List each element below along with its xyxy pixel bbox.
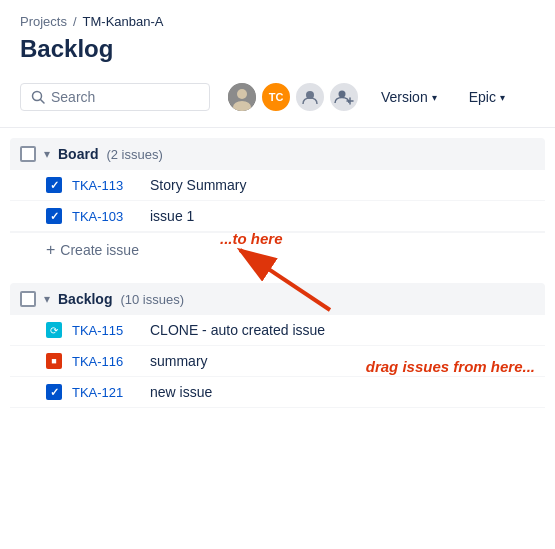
issue-key-tka103: TKA-103 <box>72 209 140 224</box>
issue-title-tka115: CLONE - auto created issue <box>150 322 325 338</box>
backlog-section-header: ▾ Backlog (10 issues) <box>10 283 545 315</box>
epic-filter-button[interactable]: Epic ▾ <box>458 83 516 111</box>
avatar-user1[interactable] <box>226 81 258 113</box>
backlog-section: ▾ Backlog (10 issues) TKA-115 CLONE - au… <box>10 283 545 408</box>
backlog-toggle-icon[interactable]: ▾ <box>44 292 50 306</box>
avatar-group: TC <box>226 81 360 113</box>
issue-row[interactable]: TKA-116 summary <box>10 346 545 377</box>
search-icon <box>31 90 45 104</box>
content-area: ▾ Board (2 issues) TKA-113 Story Summary… <box>0 128 555 408</box>
svg-line-1 <box>41 100 45 104</box>
issue-title-tka103: issue 1 <box>150 208 194 224</box>
board-section: ▾ Board (2 issues) TKA-113 Story Summary… <box>10 138 545 267</box>
plus-icon: + <box>46 241 55 259</box>
board-toggle-icon[interactable]: ▾ <box>44 147 50 161</box>
issue-title-tka116: summary <box>150 353 208 369</box>
create-issue-row: + Create issue <box>10 232 545 267</box>
breadcrumb-project-name: TM-Kanban-A <box>83 14 164 29</box>
version-filter-button[interactable]: Version ▾ <box>370 83 448 111</box>
issue-checkbox-tka121[interactable] <box>46 384 62 400</box>
board-section-name: Board <box>58 146 98 162</box>
issue-row[interactable]: TKA-113 Story Summary <box>10 170 545 201</box>
board-section-count: (2 issues) <box>106 147 162 162</box>
avatar-add-person[interactable] <box>328 81 360 113</box>
issue-title-tka121: new issue <box>150 384 212 400</box>
breadcrumb-separator: / <box>73 14 77 29</box>
issue-key-tka115: TKA-115 <box>72 323 140 338</box>
issue-key-tka116: TKA-116 <box>72 354 140 369</box>
issue-checkbox-tka113[interactable] <box>46 177 62 193</box>
svg-point-3 <box>237 89 247 99</box>
issue-key-tka113: TKA-113 <box>72 178 140 193</box>
backlog-section-count: (10 issues) <box>120 292 184 307</box>
epic-chevron-icon: ▾ <box>500 92 505 103</box>
page-title: Backlog <box>0 33 555 75</box>
board-section-header: ▾ Board (2 issues) <box>10 138 545 170</box>
avatar-person[interactable] <box>294 81 326 113</box>
issue-row-tka116-area: TKA-116 summary drag issues from here... <box>10 346 545 377</box>
backlog-section-name: Backlog <box>58 291 112 307</box>
backlog-section-checkbox[interactable] <box>20 291 36 307</box>
search-box[interactable]: Search <box>20 83 210 111</box>
issue-row[interactable]: TKA-103 issue 1 <box>10 201 545 232</box>
epic-label: Epic <box>469 89 496 105</box>
issue-title-tka113: Story Summary <box>150 177 246 193</box>
breadcrumb-projects[interactable]: Projects <box>20 14 67 29</box>
toolbar: Search TC <box>0 75 555 128</box>
svg-point-6 <box>339 91 346 98</box>
create-issue-button[interactable]: + Create issue <box>46 241 139 259</box>
issue-icon-bug-tka116 <box>46 353 62 369</box>
issue-icon-clone-tka115 <box>46 322 62 338</box>
issue-key-tka121: TKA-121 <box>72 385 140 400</box>
board-section-checkbox[interactable] <box>20 146 36 162</box>
breadcrumb: Projects / TM-Kanban-A <box>0 0 555 33</box>
search-placeholder: Search <box>51 89 95 105</box>
issue-checkbox-tka103[interactable] <box>46 208 62 224</box>
issue-row[interactable]: TKA-115 CLONE - auto created issue <box>10 315 545 346</box>
avatar-tc[interactable]: TC <box>260 81 292 113</box>
version-chevron-icon: ▾ <box>432 92 437 103</box>
create-issue-label: Create issue <box>60 242 139 258</box>
issue-row[interactable]: TKA-121 new issue <box>10 377 545 408</box>
create-issue-area: + Create issue ...to here <box>10 232 545 267</box>
version-label: Version <box>381 89 428 105</box>
